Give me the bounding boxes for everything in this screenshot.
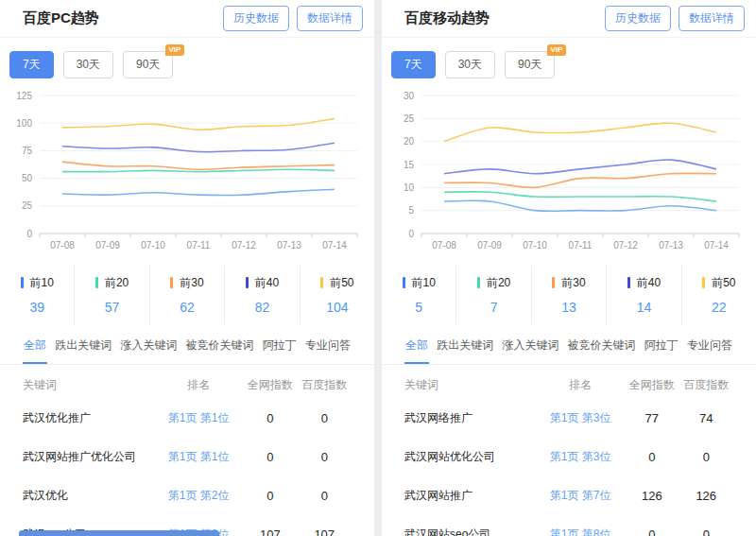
range-tab-90天[interactable]: 90天VIP	[505, 51, 555, 78]
history-data-button[interactable]: 历史数据	[605, 6, 671, 31]
x-axis-label: 07-08	[432, 240, 456, 251]
range-tab-7天[interactable]: 7天	[391, 51, 436, 78]
keyword-tab-全部[interactable]: 全部	[404, 328, 429, 364]
legend-item-top: 前10	[0, 273, 74, 291]
y-axis-label: 0	[26, 229, 32, 239]
rank-link[interactable]: 第1页 第7位	[536, 488, 625, 504]
keyword-tab-全部[interactable]: 全部	[23, 328, 47, 364]
y-axis-label: 15	[404, 160, 415, 170]
legend-label: 前30	[180, 276, 203, 289]
y-axis-label: 75	[22, 146, 33, 156]
legend-label: 前40	[637, 276, 661, 289]
rank-link[interactable]: 第1页 第8位	[536, 527, 625, 536]
legend-value-link[interactable]: 7	[456, 300, 530, 315]
chart-legend: 前1039前2057前3062前4082前50104	[0, 266, 374, 324]
legend-value-link[interactable]: 57	[75, 300, 148, 315]
rank-link[interactable]: 第1页 第2位	[154, 488, 243, 504]
col-header-keyword: 关键词	[404, 377, 536, 393]
legend-item-前30[interactable]: 前3013	[532, 266, 607, 324]
table-row: 武汉网络推广第1页 第3位7774	[404, 399, 733, 438]
legend-item-前10[interactable]: 前105	[382, 266, 456, 324]
keyword-tab-专业问答[interactable]: 专业问答	[304, 328, 352, 364]
rank-link[interactable]: 第1页 第3位	[536, 410, 625, 426]
legend-value-link[interactable]: 13	[532, 300, 606, 315]
panel-pc-trend: 百度PC趋势 历史数据 数据详情 7天30天90天VIP 02550751001…	[0, 0, 374, 536]
keyword-tab-被竞价关键词[interactable]: 被竞价关键词	[185, 328, 255, 364]
legend-item-前50[interactable]: 前50104	[301, 266, 374, 324]
page-title: 百度移动趋势	[404, 9, 490, 27]
legend-value-link[interactable]: 5	[382, 300, 455, 315]
y-axis-label: 25	[22, 200, 33, 211]
rank-link[interactable]: 第1页 第1位	[154, 410, 243, 426]
series-line-前50	[444, 123, 716, 142]
legend-item-前30[interactable]: 前3062	[150, 266, 225, 324]
col-header-net-index: 全网指数	[243, 377, 297, 393]
legend-label: 前40	[255, 276, 279, 289]
legend-value-link[interactable]: 62	[150, 300, 224, 315]
baidu-index-cell: 74	[679, 411, 733, 425]
legend-label: 前20	[487, 276, 510, 289]
x-axis-label: 07-11	[187, 240, 211, 251]
x-axis-label: 07-14	[704, 240, 729, 251]
trend-line-chart: 025507510012507-0807-0907-1007-1107-1207…	[4, 84, 370, 260]
legend-marker-icon	[477, 277, 480, 288]
chart-legend: 前105前207前3013前4014前5022	[382, 266, 756, 324]
keyword-tab-涨入关键词[interactable]: 涨入关键词	[119, 328, 178, 364]
range-tab-30天[interactable]: 30天	[445, 51, 495, 78]
y-axis-label: 10	[404, 182, 415, 193]
legend-item-前10[interactable]: 前1039	[0, 266, 75, 324]
rank-link[interactable]: 第1页 第3位	[536, 449, 625, 465]
legend-value-link[interactable]: 82	[225, 300, 299, 315]
baidu-index-cell: 126	[679, 489, 733, 503]
y-axis-label: 30	[404, 91, 415, 101]
history-data-button[interactable]: 历史数据	[223, 6, 289, 31]
legend-value-link[interactable]: 22	[682, 300, 756, 315]
legend-item-前20[interactable]: 前2057	[75, 266, 149, 324]
net-index-cell: 0	[243, 489, 297, 503]
legend-item-前40[interactable]: 前4014	[607, 266, 681, 324]
legend-item-前40[interactable]: 前4082	[225, 266, 300, 324]
keyword-tab-跌出关键词[interactable]: 跌出关键词	[54, 328, 112, 364]
x-axis-label: 07-12	[232, 240, 256, 251]
baidu-index-cell: 0	[298, 489, 352, 503]
legend-value-link[interactable]: 14	[607, 300, 680, 315]
keyword-tab-专业问答[interactable]: 专业问答	[686, 328, 733, 364]
baidu-index-cell: 0	[679, 450, 733, 464]
legend-value-link[interactable]: 104	[301, 300, 374, 315]
legend-marker-icon	[627, 277, 630, 288]
keyword-tab-被竞价关键词[interactable]: 被竞价关键词	[567, 328, 637, 364]
legend-item-top: 前40	[607, 273, 680, 291]
cutoff-element-bar	[19, 530, 219, 536]
trend-line-chart: 05101520253007-0807-0907-1007-1107-1207-…	[386, 84, 752, 260]
keyword-tab-跌出关键词[interactable]: 跌出关键词	[436, 328, 494, 364]
keyword-cell: 武汉网络推广	[404, 410, 536, 426]
data-detail-button[interactable]: 数据详情	[297, 6, 363, 31]
legend-marker-icon	[246, 277, 249, 288]
range-tab-7天[interactable]: 7天	[9, 51, 54, 78]
series-line-前40	[444, 160, 716, 174]
legend-marker-icon	[403, 277, 405, 288]
table-row: 武汉优化推广第1页 第1位00	[23, 399, 352, 438]
y-axis-label: 125	[16, 91, 32, 101]
chart-wrap: 025507510012507-0807-0907-1007-1107-1207…	[0, 82, 374, 264]
keyword-tabs: 全部跌出关键词涨入关键词被竞价关键词阿拉丁专业问答	[382, 328, 756, 365]
legend-value-link[interactable]: 39	[0, 300, 74, 315]
vip-badge: VIP	[547, 44, 567, 56]
data-detail-button[interactable]: 数据详情	[679, 6, 745, 31]
y-axis-label: 5	[408, 205, 414, 216]
rank-link[interactable]: 第1页 第1位	[154, 449, 243, 465]
series-line-前20	[444, 192, 716, 201]
keyword-tab-涨入关键词[interactable]: 涨入关键词	[501, 328, 559, 364]
range-tabs: 7天30天90天VIP	[382, 38, 756, 82]
legend-item-top: 前40	[225, 273, 299, 291]
range-tab-30天[interactable]: 30天	[63, 51, 113, 78]
legend-item-前50[interactable]: 前5022	[682, 266, 756, 324]
keyword-cell: 武汉网站seo公司	[404, 527, 536, 536]
legend-marker-icon	[702, 277, 705, 288]
net-index-cell: 77	[625, 411, 679, 425]
keyword-tab-阿拉丁[interactable]: 阿拉丁	[644, 328, 679, 364]
range-tab-90天[interactable]: 90天VIP	[123, 51, 173, 78]
keyword-tab-阿拉丁[interactable]: 阿拉丁	[262, 328, 298, 364]
legend-item-前20[interactable]: 前207	[456, 266, 531, 324]
y-axis-label: 50	[22, 173, 33, 183]
